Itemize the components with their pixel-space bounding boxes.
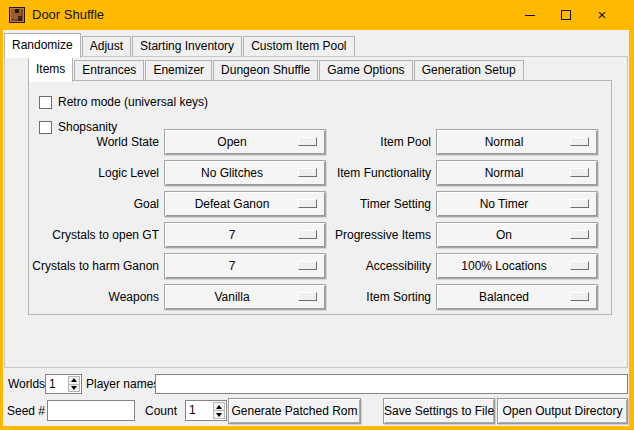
tab-custom-item-pool[interactable]: Custom Item Pool: [243, 36, 354, 56]
item-pool-value: Normal: [441, 130, 567, 154]
dropdown-indicator-icon: [570, 292, 589, 301]
item-pool-label: Item Pool: [269, 129, 431, 155]
tab-adjust[interactable]: Adjust: [82, 36, 131, 56]
dropdown-indicator-icon: [570, 137, 589, 146]
progressive-items-label: Progressive Items: [269, 222, 431, 248]
accessibility-value: 100% Locations: [441, 254, 567, 278]
timer-setting-value: No Timer: [441, 192, 567, 216]
tab-dungeon-shuffle[interactable]: Dungeon Shuffle: [213, 60, 318, 80]
dropdown-indicator-icon: [570, 261, 589, 270]
item-sorting-value: Balanced: [441, 285, 567, 309]
goal-label: Goal: [29, 191, 159, 217]
checkbox-retro-mode[interactable]: [39, 96, 52, 109]
retro-mode-label: Retro mode (universal keys): [58, 95, 208, 109]
item-sorting-label: Item Sorting: [269, 284, 431, 310]
tab-entrances[interactable]: Entrances: [74, 60, 144, 80]
dropdown-item-functionality[interactable]: Normal: [436, 160, 598, 186]
count-value: 1: [189, 401, 196, 420]
open-output-button[interactable]: Open Output Directory: [497, 398, 628, 424]
client-area: Randomize Adjust Starting Inventory Cust…: [3, 30, 629, 426]
save-settings-button[interactable]: Save Settings to File: [383, 398, 495, 424]
timer-setting-label: Timer Setting: [269, 191, 431, 217]
dropdown-item-sorting[interactable]: Balanced: [436, 284, 598, 310]
arrow-down-icon: [71, 386, 77, 390]
tab-generation-setup[interactable]: Generation Setup: [414, 60, 524, 80]
inner-tab-bar: Items Entrances Enemizer Dungeon Shuffle…: [28, 58, 525, 80]
dropdown-accessibility[interactable]: 100% Locations: [436, 253, 598, 279]
arrow-down-icon: [216, 413, 222, 417]
close-icon: ×: [584, 0, 620, 29]
maximize-icon: [561, 10, 571, 20]
seed-input[interactable]: [47, 400, 135, 421]
arrow-up-icon: [216, 405, 222, 409]
count-spin-down-button[interactable]: [213, 410, 225, 419]
minimize-button[interactable]: [512, 0, 548, 30]
world-state-label: World State: [29, 129, 159, 155]
weapons-label: Weapons: [29, 284, 159, 310]
tab-items[interactable]: Items: [28, 57, 73, 82]
player-names-input[interactable]: [155, 374, 628, 394]
worlds-label: Worlds: [8, 374, 45, 394]
tab-game-options[interactable]: Game Options: [319, 60, 412, 80]
seed-label: Seed #: [7, 401, 45, 421]
minimize-icon: [525, 15, 535, 16]
outer-tab-bar: Randomize Adjust Starting Inventory Cust…: [4, 33, 356, 56]
tab-randomize[interactable]: Randomize: [4, 33, 81, 58]
item-functionality-label: Item Functionality: [269, 160, 431, 186]
player-names-label: Player names: [86, 374, 159, 394]
item-functionality-value: Normal: [441, 161, 567, 185]
progressive-items-value: On: [441, 223, 567, 247]
items-panel: Retro mode (universal keys) Shopsanity W…: [28, 80, 612, 315]
arrow-up-icon: [71, 378, 77, 382]
window-title: Door Shuffle: [32, 0, 104, 30]
tab-starting-inventory[interactable]: Starting Inventory: [132, 36, 242, 56]
worlds-spin-down-button[interactable]: [68, 384, 80, 393]
crystals-open-gt-label: Crystals to open GT: [29, 222, 159, 248]
retro-mode-row: Retro mode (universal keys): [39, 95, 208, 109]
count-label: Count: [145, 401, 177, 421]
accessibility-label: Accessibility: [269, 253, 431, 279]
tab-enemizer[interactable]: Enemizer: [145, 60, 212, 80]
titlebar: Door Shuffle ×: [0, 0, 634, 30]
dropdown-indicator-icon: [570, 199, 589, 208]
close-button[interactable]: ×: [584, 0, 620, 30]
maximize-button[interactable]: [548, 0, 584, 30]
crystals-harm-ganon-label: Crystals to harm Ganon: [29, 253, 159, 279]
dropdown-indicator-icon: [570, 168, 589, 177]
window-door-shuffle: Door Shuffle × Randomize Adjust Starting…: [0, 0, 634, 430]
generate-rom-button[interactable]: Generate Patched Rom: [228, 398, 361, 424]
dropdown-indicator-icon: [570, 230, 589, 239]
dropdown-timer-setting[interactable]: No Timer: [436, 191, 598, 217]
dropdown-progressive-items[interactable]: On: [436, 222, 598, 248]
dropdown-item-pool[interactable]: Normal: [436, 129, 598, 155]
door-icon: [9, 7, 25, 23]
count-spinbox[interactable]: 1: [185, 400, 227, 421]
worlds-value: 1: [49, 375, 56, 393]
worlds-spinbox[interactable]: 1: [45, 374, 82, 394]
logic-level-label: Logic Level: [29, 160, 159, 186]
